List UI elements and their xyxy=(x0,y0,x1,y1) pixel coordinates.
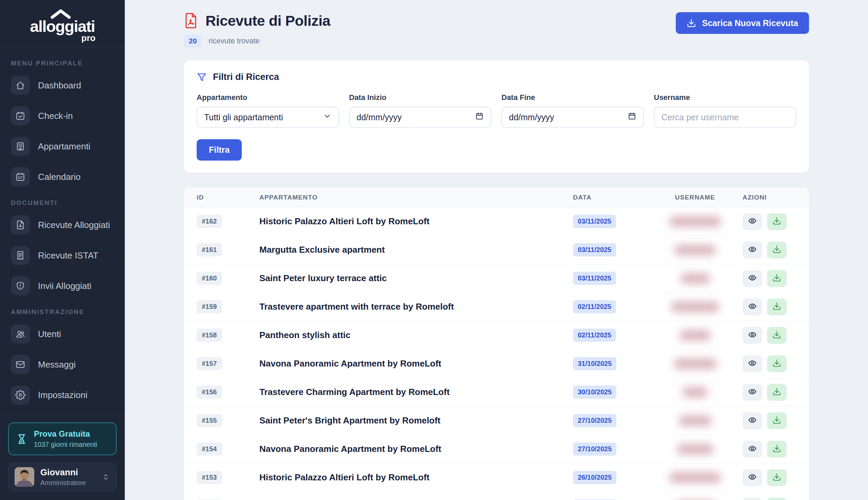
sidebar-item-check-in[interactable]: Check-in xyxy=(9,102,116,129)
sidebar-item-appartamenti[interactable]: Appartamenti xyxy=(9,133,116,160)
row-actions xyxy=(743,498,796,500)
data-fine-date-input[interactable]: dd/mm/yyyy xyxy=(501,107,644,128)
download-receipt-button[interactable] xyxy=(767,327,787,344)
download-receipt-button[interactable] xyxy=(767,384,787,401)
filter-funnel-icon xyxy=(197,72,207,82)
column-header-date: DATA xyxy=(573,194,648,201)
sidebar-item-messaggi[interactable]: Messaggi xyxy=(9,351,116,378)
apartment-name: Trastevere Charming Apartment by RomeLof… xyxy=(259,387,573,397)
download-receipt-button[interactable] xyxy=(767,270,787,287)
view-receipt-button[interactable] xyxy=(743,241,762,259)
row-id-badge: #154 xyxy=(197,442,222,456)
sidebar-item-impostazioni[interactable]: Impostazioni xyxy=(9,382,116,409)
download-icon xyxy=(772,473,781,482)
date-badge: 02/11/2025 xyxy=(573,300,616,313)
sidebar-nav: MENU PRINCIPALEDashboardCheck-inAppartam… xyxy=(0,47,125,414)
row-id-badge: #157 xyxy=(197,357,222,370)
username-redacted xyxy=(680,330,710,340)
sidebar-item-ricevute-alloggiati[interactable]: Ricevute Alloggiati xyxy=(9,212,116,238)
apartment-name: Pantheon stylish attic xyxy=(259,330,573,340)
apartment-name: Navona Panoramic Apartment by RomeLoft xyxy=(259,444,573,454)
view-receipt-button[interactable] xyxy=(743,213,762,230)
sidebar-item-dashboard[interactable]: Dashboard xyxy=(9,72,116,99)
download-receipt-button[interactable] xyxy=(767,441,787,458)
download-new-receipt-button[interactable]: Scarica Nuova Ricevuta xyxy=(676,12,809,34)
table-row: #161Margutta Exclusive apartment03/11/20… xyxy=(184,236,809,264)
download-receipt-button[interactable] xyxy=(767,469,787,486)
row-actions xyxy=(743,298,796,315)
date-badge: 27/10/2025 xyxy=(573,442,616,456)
data-inizio-date-input[interactable]: dd/mm/yyyy xyxy=(349,107,492,128)
username-cell xyxy=(648,330,743,340)
eye-icon xyxy=(748,387,757,397)
table-row: #160Saint Peter luxury terrace attic03/1… xyxy=(184,264,809,293)
view-receipt-button[interactable] xyxy=(743,384,762,401)
view-receipt-button[interactable] xyxy=(743,327,762,344)
view-receipt-button[interactable] xyxy=(743,298,762,315)
apartment-name: Trastevere apartment with terrace by Rom… xyxy=(259,302,573,312)
logo-sub-text: pro xyxy=(81,34,96,42)
eye-icon xyxy=(748,245,757,255)
sidebar-item-label: Impostazioni xyxy=(38,390,88,400)
profile-role: Amministratore xyxy=(40,479,86,487)
filter-field-data-fine: Data Finedd/mm/yyyy xyxy=(501,93,644,128)
select-value: Tutti gli appartamenti xyxy=(204,113,283,122)
download-receipt-button[interactable] xyxy=(767,298,787,315)
logo-roof-icon xyxy=(50,9,71,19)
row-id-cell: #159 xyxy=(197,300,259,313)
gear-icon xyxy=(11,386,30,405)
username-redacted xyxy=(677,444,713,454)
download-icon xyxy=(772,416,781,425)
row-id-badge: #161 xyxy=(197,243,222,257)
logo[interactable]: alloggiati pro xyxy=(0,0,125,47)
sidebar-item-label: Messaggi xyxy=(38,360,76,370)
row-actions xyxy=(743,469,796,486)
main-content: Ricevute di Polizia 20 ricevute trovate … xyxy=(125,0,868,500)
download-receipt-button[interactable] xyxy=(767,213,787,230)
view-receipt-button[interactable] xyxy=(743,498,762,500)
hourglass-icon xyxy=(16,434,27,444)
row-id-badge: #156 xyxy=(197,386,222,399)
filter-field-appartamento: AppartamentoTutti gli appartamenti xyxy=(197,93,339,128)
table-row: #159Trastevere apartment with terrace by… xyxy=(184,293,809,321)
date-value: dd/mm/yyyy xyxy=(509,113,554,122)
row-id-badge: #153 xyxy=(197,471,222,484)
file-pdf-icon xyxy=(11,215,30,235)
username-cell xyxy=(648,216,743,227)
username-cell xyxy=(648,444,743,454)
username-search-input[interactable] xyxy=(661,113,789,122)
apartment-name: Historic Palazzo Altieri Loft by RomeLof… xyxy=(259,472,573,483)
date-badge: 03/11/2025 xyxy=(573,272,616,285)
filters-title: Filtri di Ricerca xyxy=(213,72,279,82)
username-redacted xyxy=(674,359,716,369)
view-receipt-button[interactable] xyxy=(743,355,762,372)
table-row: #156Trastevere Charming Apartment by Rom… xyxy=(184,378,809,407)
download-receipt-button[interactable] xyxy=(767,412,787,429)
username-cell xyxy=(648,273,743,284)
apartment-select[interactable]: Tutti gli appartamenti xyxy=(197,107,339,128)
eye-icon xyxy=(748,416,757,425)
apply-filters-button[interactable]: Filtra xyxy=(197,139,242,161)
calendar-icon xyxy=(475,112,484,123)
view-receipt-button[interactable] xyxy=(743,412,762,429)
sidebar-item-invii-alloggiati[interactable]: Invii Alloggiati xyxy=(9,272,116,299)
filter-field-data-inizio: Data Iniziodd/mm/yyyy xyxy=(349,93,492,128)
row-actions xyxy=(743,270,796,287)
view-receipt-button[interactable] xyxy=(743,469,762,486)
eye-icon xyxy=(748,359,757,368)
sidebar-item-calendario[interactable]: Calendario xyxy=(9,163,116,190)
view-receipt-button[interactable] xyxy=(743,441,762,458)
sidebar-item-utenti[interactable]: Utenti xyxy=(9,320,116,348)
username-redacted xyxy=(670,216,721,227)
view-receipt-button[interactable] xyxy=(743,270,762,287)
username-redacted xyxy=(670,473,721,483)
row-id-cell: #156 xyxy=(197,386,259,399)
sidebar-item-ricevute-istat[interactable]: Ricevute ISTAT xyxy=(9,242,116,269)
row-id-cell: #153 xyxy=(197,471,259,484)
download-receipt-button[interactable] xyxy=(767,355,787,372)
profile-menu[interactable]: Giovanni Amministratore xyxy=(8,463,116,491)
date-badge: 03/11/2025 xyxy=(573,215,616,228)
download-receipt-button[interactable] xyxy=(767,498,787,500)
download-receipt-button[interactable] xyxy=(767,241,787,259)
row-id-badge: #159 xyxy=(197,300,222,313)
